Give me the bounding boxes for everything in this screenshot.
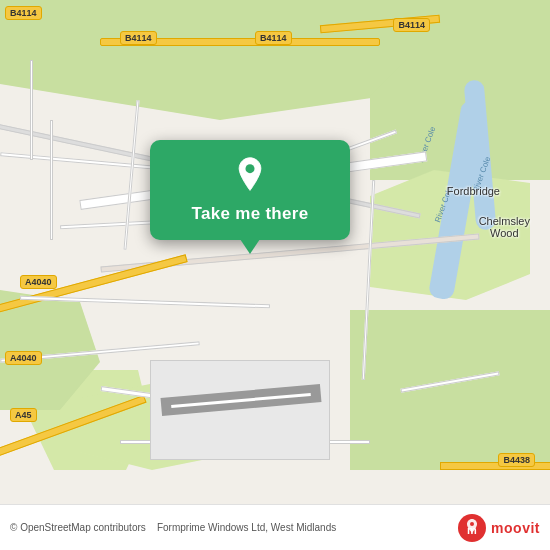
take-me-there-button[interactable]: Take me there [192,204,309,224]
park-area-4 [350,310,550,470]
road-label-b4114-3: B4114 [393,18,430,32]
moovit-logo: m moovit [457,513,540,543]
road-w5 [50,120,53,240]
road-label-a45: A45 [10,408,37,422]
airport [150,360,330,460]
road-label-b4438: B4438 [498,453,535,467]
moovit-brand-text: moovit [491,520,540,536]
road-label-b4114-4: B4114 [5,6,42,20]
popup-card: Take me there [150,140,350,240]
place-label-fordbridge: Fordbridge [447,185,500,197]
svg-point-0 [245,164,254,173]
road-w12 [30,60,33,160]
moovit-icon: m [457,513,487,543]
bottom-bar: © OpenStreetMap contributors Formprime W… [0,504,550,550]
road-label-a4040-2: A4040 [5,351,42,365]
osm-attribution: © OpenStreetMap contributors Formprime W… [10,522,457,533]
road-label-b4114-1: B4114 [120,31,157,45]
svg-point-3 [470,522,474,526]
road-label-a4040-1: A4040 [20,275,57,289]
location-pin-icon [231,156,269,194]
road-label-b4114-2: B4114 [255,31,292,45]
company-name: Formprime Windows Ltd, West Midlands [157,522,336,533]
place-label-chelmsley-wood: Chelmsley Wood [479,215,530,239]
map: River Cole River Cole River Cole B4114 B… [0,0,550,550]
